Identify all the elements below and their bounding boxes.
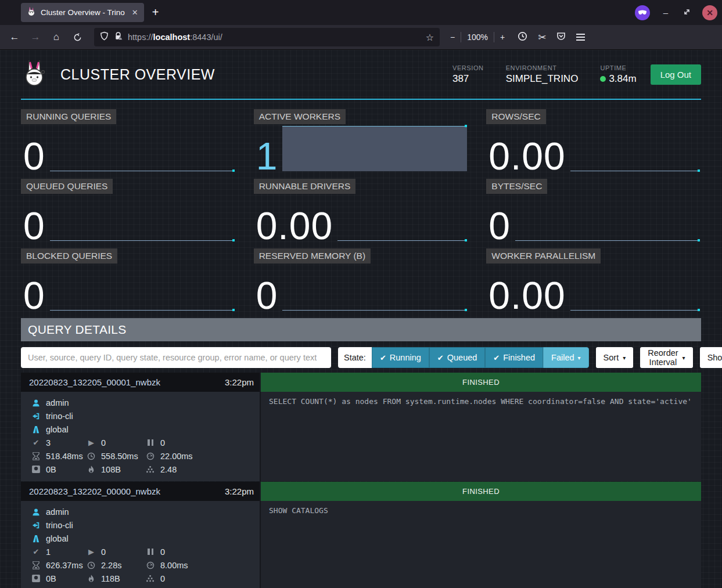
sort-dropdown[interactable]: Sort ▾: [596, 347, 634, 368]
queued-splits-icon: [146, 439, 155, 446]
logout-button[interactable]: Log Out: [651, 64, 701, 85]
state-filter-group: State: ✔ Running ✔ Queued ✔ Finished Fai…: [338, 347, 589, 368]
current-memory-icon: [31, 466, 41, 473]
state-failed-dropdown[interactable]: Failed ▾: [543, 347, 589, 368]
trino-favicon-icon: [27, 7, 36, 18]
show-dropdown[interactable]: Show ▾: [700, 347, 722, 368]
stat-tiles-grid: RUNNING QUERIES 0 ACTIVE WORKERS 1 ROWS/…: [21, 109, 701, 313]
zoom-out-button[interactable]: −: [450, 33, 455, 42]
sparkline: [50, 126, 235, 171]
peak-memory: 108B: [101, 465, 121, 474]
splits-completed: 3: [46, 438, 51, 448]
forward-icon[interactable]: →: [27, 28, 44, 46]
uptime-value: 3.84m: [609, 73, 636, 85]
query-resource-group: global: [46, 425, 69, 434]
zoom-in-button[interactable]: +: [500, 33, 505, 42]
sparkline: [337, 196, 467, 241]
splits-running: 0: [101, 438, 106, 448]
query-search-input[interactable]: [21, 347, 331, 368]
wall-time: 518.48ms: [46, 452, 83, 461]
tile-reserved-memory: RESERVED MEMORY (B) 0: [254, 248, 469, 313]
state-filter-label: State:: [338, 347, 372, 368]
query-card: 20220823_132202_00000_nwbzk 3:22pm FINIS…: [21, 482, 701, 588]
query-header: 20220823_132202_00000_nwbzk 3:22pm: [21, 482, 260, 501]
stat-label: QUEUED QUERIES: [21, 179, 113, 194]
source-icon: [31, 412, 41, 420]
tile-rows-per-sec: ROWS/SEC 0.00: [486, 109, 701, 174]
version-meta: VERSION 387: [452, 64, 484, 85]
stat-value: 0.00: [488, 139, 570, 174]
cpu-time-icon: [146, 561, 155, 569]
stat-value: 0: [23, 278, 50, 313]
reorder-interval-dropdown[interactable]: Reorder Interval ▾: [640, 347, 692, 368]
bookmark-star-icon[interactable]: ☆: [426, 32, 434, 43]
browser-tab[interactable]: Cluster Overview - Trino ✕: [21, 3, 144, 22]
lock-warning-icon[interactable]: [114, 31, 123, 43]
peak-memory-icon: [87, 466, 96, 474]
state-queued-button[interactable]: ✔ Queued: [429, 347, 486, 368]
tile-worker-parallelism: WORKER PARALLELISM 0.00: [486, 248, 701, 313]
completed-splits-icon: ✔: [31, 547, 41, 556]
stat-value: 0: [23, 139, 50, 174]
uptime-meta: UPTIME 3.84m: [600, 64, 636, 85]
tile-bytes-per-sec: BYTES/SEC 0: [486, 179, 701, 244]
check-icon: ✔: [437, 353, 444, 362]
window-restore-button[interactable]: [681, 8, 692, 17]
state-finished-button[interactable]: ✔ Finished: [485, 347, 543, 368]
sparkline: [282, 126, 467, 171]
url-bar[interactable]: https://localhost:8443/ui/ ☆: [94, 28, 440, 46]
window-minimize-button[interactable]: –: [660, 8, 671, 17]
wall-time: 626.37ms: [46, 561, 83, 570]
current-memory-icon: [31, 575, 41, 582]
stat-value: 0.00: [488, 278, 570, 313]
user-icon: [31, 508, 41, 516]
stat-label: BLOCKED QUERIES: [21, 248, 117, 264]
check-icon: ✔: [380, 353, 386, 362]
stat-label: BYTES/SEC: [486, 179, 547, 194]
stat-label: ACTIVE WORKERS: [254, 109, 346, 124]
tracking-shield-icon[interactable]: [100, 31, 109, 43]
sparkline: [570, 126, 700, 171]
stat-value: 0: [488, 208, 515, 244]
new-tab-button[interactable]: +: [152, 6, 159, 19]
history-clock-icon[interactable]: [518, 31, 527, 44]
query-id-link[interactable]: 20220823_132205_00001_nwbzk: [29, 377, 160, 387]
query-filter-bar: State: ✔ Running ✔ Queued ✔ Finished Fai…: [21, 347, 701, 368]
home-icon[interactable]: ⌂: [48, 28, 65, 46]
query-header: 20220823_132205_00001_nwbzk 3:22pm: [21, 373, 260, 392]
query-stats-panel: admin trino-cli global ✔1 ▶0 0 626.37ms …: [21, 501, 260, 588]
page-header: CLUSTER OVERVIEW VERSION 387 ENVIRONMENT…: [21, 50, 701, 100]
tab-close-icon[interactable]: ✕: [132, 8, 138, 17]
window-close-button[interactable]: ✕: [702, 5, 717, 20]
tile-active-workers: ACTIVE WORKERS 1: [254, 109, 469, 174]
zoom-level[interactable]: 100%: [467, 33, 488, 42]
query-source: trino-cli: [46, 521, 73, 530]
splits-running: 0: [101, 547, 106, 557]
pocket-icon[interactable]: [556, 31, 566, 43]
check-icon: ✔: [493, 353, 500, 362]
stat-value: 0: [256, 278, 283, 313]
reload-icon[interactable]: [69, 28, 86, 46]
stat-label: RUNNING QUERIES: [21, 109, 116, 124]
sparkline: [50, 196, 235, 241]
splits-completed: 1: [46, 547, 51, 557]
query-sql-text[interactable]: SELECT COUNT(*) as nodes FROM system.run…: [260, 392, 701, 481]
current-memory: 0B: [46, 574, 56, 583]
sparkline: [515, 196, 700, 241]
menu-hamburger-icon[interactable]: [576, 32, 585, 42]
query-user: admin: [46, 398, 69, 407]
environment-value: SIMPLE_TRINO: [506, 73, 579, 85]
query-time: 3:22pm: [225, 486, 254, 496]
stat-label: ROWS/SEC: [486, 109, 545, 124]
environment-meta: ENVIRONMENT SIMPLE_TRINO: [506, 64, 579, 85]
query-sql-text[interactable]: SHOW CATALOGS: [260, 501, 701, 588]
query-id-link[interactable]: 20220823_132202_00000_nwbzk: [29, 486, 160, 496]
state-running-button[interactable]: ✔ Running: [372, 347, 429, 368]
screenshot-scissors-icon[interactable]: ✂: [538, 31, 546, 44]
current-memory: 0B: [46, 465, 56, 474]
back-icon[interactable]: ←: [6, 28, 23, 46]
query-details-title: QUERY DETAILS: [21, 318, 701, 341]
query-status-badge: FINISHED: [260, 482, 701, 501]
splits-queued: 0: [160, 547, 165, 557]
elapsed-time: 558.50ms: [101, 452, 138, 461]
